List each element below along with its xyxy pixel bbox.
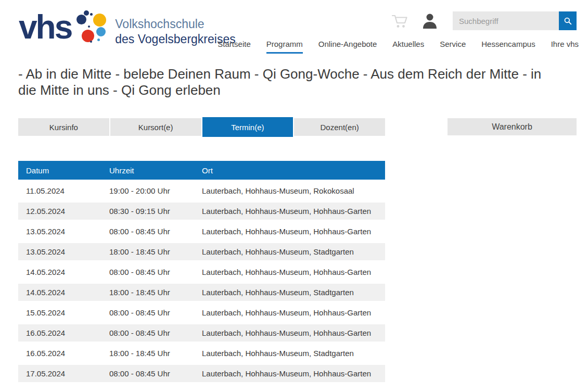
cell-uhrzeit: 08:30 - 09:15 Uhr: [109, 207, 202, 216]
table-row: 14.05.202418:00 - 18:45 UhrLauterbach, H…: [18, 284, 385, 301]
cell-datum: 13.05.2024: [18, 247, 109, 256]
cell-ort: Lauterbach, Hohhaus-Museum, Hohhaus-Gart…: [202, 369, 385, 378]
cell-uhrzeit: 19:00 - 20:00 Uhr: [109, 186, 202, 195]
table-body: 11.05.202419:00 - 20:00 UhrLauterbach, H…: [18, 182, 385, 382]
tab-kursinfo[interactable]: Kursinfo: [18, 118, 109, 136]
cell-ort: Lauterbach, Hohhaus-Museum, Hohhaus-Gart…: [202, 227, 385, 236]
cell-ort: Lauterbach, Hohhaus-Museum, Stadtgarten: [202, 288, 385, 297]
cell-ort: Lauterbach, Hohhaus-Museum, Hohhaus-Gart…: [202, 268, 385, 276]
search-box: [453, 11, 577, 30]
cell-uhrzeit: 18:00 - 18:45 Uhr: [109, 247, 202, 256]
vhs-logo-wordmark: vhs: [19, 8, 71, 43]
main-content: - Ab in die Mitte - belebe Deinen Raum -…: [0, 66, 588, 385]
nav-item-programm[interactable]: Programm: [266, 40, 303, 54]
table-row: 17.05.202408:00 - 08:45 UhrLauterbach, H…: [18, 365, 385, 382]
search-input[interactable]: [453, 11, 559, 30]
cell-uhrzeit: 08:00 - 08:45 Uhr: [109, 227, 202, 236]
nav-item-service[interactable]: Service: [440, 40, 466, 54]
cell-uhrzeit: 18:00 - 18:45 Uhr: [109, 349, 202, 358]
nav-item-online-angebote[interactable]: Online-Angebote: [318, 40, 377, 54]
cell-uhrzeit: 18:00 - 18:45 Uhr: [109, 288, 202, 297]
table-header-cell-ort: Ort: [202, 166, 385, 175]
cell-uhrzeit: 08:00 - 08:45 Uhr: [109, 268, 202, 276]
cell-datum: 17.05.2024: [18, 369, 109, 378]
nav-item-startseite[interactable]: Startseite: [218, 40, 250, 54]
cell-ort: Lauterbach, Hohhaus-Museum, Stadtgarten: [202, 349, 385, 358]
nav-item-ihre-vhs[interactable]: Ihre vhs: [551, 40, 579, 54]
cell-uhrzeit: 08:00 - 08:45 Uhr: [109, 369, 202, 378]
table-row: 12.05.202408:30 - 09:15 UhrLauterbach, H…: [18, 203, 385, 220]
cell-datum: 11.05.2024: [18, 186, 109, 195]
cell-ort: Lauterbach, Hohhaus-Museum, Hohhaus-Gart…: [202, 328, 385, 337]
search-icon: [563, 16, 572, 26]
cell-datum: 12.05.2024: [18, 207, 109, 216]
table-row: 14.05.202408:00 - 08:45 UhrLauterbach, H…: [18, 263, 385, 281]
user-icon[interactable]: [421, 11, 438, 30]
search-button[interactable]: [559, 11, 577, 30]
cell-datum: 14.05.2024: [18, 288, 109, 297]
page-title: - Ab in die Mitte - belebe Deinen Raum -…: [18, 66, 554, 98]
table-header-cell-uhrzeit: Uhrzeit: [109, 166, 202, 175]
logo-line1: Volkshochschule: [115, 17, 235, 32]
tab-termin-e[interactable]: Termin(e): [202, 117, 293, 137]
cell-datum: 16.05.2024: [18, 349, 109, 358]
cell-datum: 15.05.2024: [18, 308, 109, 317]
table-row: 13.05.202408:00 - 08:45 UhrLauterbach, H…: [18, 223, 385, 240]
cell-ort: Lauterbach, Hohhaus-Museum, Hohhaus-Gart…: [202, 308, 385, 317]
site-header: vhs Volkshochschule des Vogelsbergkreise…: [0, 0, 588, 57]
vhs-logo-dots-icon: [73, 8, 112, 46]
table-row: 16.05.202408:00 - 08:45 UhrLauterbach, H…: [18, 324, 385, 342]
cell-ort: Lauterbach, Hohhaus-Museum, Rokokosaal: [202, 186, 385, 195]
nav-item-hessencampus[interactable]: Hessencampus: [481, 40, 535, 54]
table-row: 13.05.202418:00 - 18:45 UhrLauterbach, H…: [18, 243, 385, 260]
cell-datum: 13.05.2024: [18, 227, 109, 236]
cell-uhrzeit: 08:00 - 08:45 Uhr: [109, 308, 202, 317]
table-row: 16.05.202418:00 - 18:45 UhrLauterbach, H…: [18, 345, 385, 362]
table-header-cell-datum: Datum: [18, 166, 109, 175]
main-nav: StartseiteProgrammOnline-AngeboteAktuell…: [202, 40, 579, 54]
header-tools: [391, 11, 577, 30]
tab-dozent-en[interactable]: Dozent(en): [294, 118, 385, 136]
warenkorb-button[interactable]: Warenkorb: [448, 118, 577, 135]
tab-kursort-e[interactable]: Kursort(e): [110, 118, 201, 136]
nav-item-aktuelles[interactable]: Aktuelles: [392, 40, 424, 54]
cell-ort: Lauterbach, Hohhaus-Museum, Hohhaus-Gart…: [202, 207, 385, 216]
cell-datum: 16.05.2024: [18, 328, 109, 337]
schedule-table: DatumUhrzeitOrt 11.05.202419:00 - 20:00 …: [18, 161, 385, 382]
cell-uhrzeit: 08:00 - 08:45 Uhr: [109, 328, 202, 337]
table-row: 11.05.202419:00 - 20:00 UhrLauterbach, H…: [18, 182, 385, 199]
cart-icon[interactable]: [391, 11, 409, 30]
cell-datum: 14.05.2024: [18, 268, 109, 276]
table-row: 15.05.202408:00 - 08:45 UhrLauterbach, H…: [18, 304, 385, 321]
table-header-row: DatumUhrzeitOrt: [18, 161, 385, 180]
course-tabs: KursinfoKursort(e)Termin(e)Dozent(en): [18, 118, 385, 136]
cell-ort: Lauterbach, Hohhaus-Museum, Stadtgarten: [202, 247, 385, 256]
